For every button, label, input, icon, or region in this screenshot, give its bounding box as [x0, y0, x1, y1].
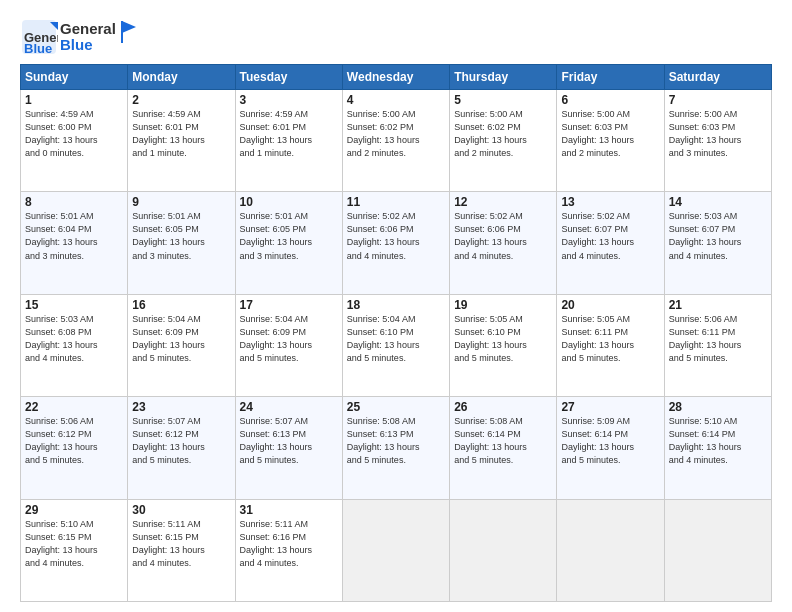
day-info: Sunrise: 5:00 AM Sunset: 6:02 PM Dayligh…: [454, 108, 552, 160]
logo-blue-text: Blue: [60, 37, 116, 54]
day-info: Sunrise: 5:11 AM Sunset: 6:15 PM Dayligh…: [132, 518, 230, 570]
day-info: Sunrise: 5:07 AM Sunset: 6:13 PM Dayligh…: [240, 415, 338, 467]
day-number: 1: [25, 93, 123, 107]
calendar-cell: 3Sunrise: 4:59 AM Sunset: 6:01 PM Daylig…: [235, 90, 342, 192]
calendar-cell: 10Sunrise: 5:01 AM Sunset: 6:05 PM Dayli…: [235, 192, 342, 294]
day-number: 21: [669, 298, 767, 312]
calendar-day-header: Saturday: [664, 65, 771, 90]
day-info: Sunrise: 5:04 AM Sunset: 6:10 PM Dayligh…: [347, 313, 445, 365]
day-number: 8: [25, 195, 123, 209]
calendar-day-header: Wednesday: [342, 65, 449, 90]
day-number: 7: [669, 93, 767, 107]
calendar-cell: 9Sunrise: 5:01 AM Sunset: 6:05 PM Daylig…: [128, 192, 235, 294]
day-number: 14: [669, 195, 767, 209]
calendar-cell: [450, 499, 557, 601]
day-info: Sunrise: 5:05 AM Sunset: 6:11 PM Dayligh…: [561, 313, 659, 365]
calendar-cell: 8Sunrise: 5:01 AM Sunset: 6:04 PM Daylig…: [21, 192, 128, 294]
day-info: Sunrise: 5:01 AM Sunset: 6:04 PM Dayligh…: [25, 210, 123, 262]
day-info: Sunrise: 5:01 AM Sunset: 6:05 PM Dayligh…: [132, 210, 230, 262]
calendar-cell: 20Sunrise: 5:05 AM Sunset: 6:11 PM Dayli…: [557, 294, 664, 396]
day-number: 15: [25, 298, 123, 312]
calendar-cell: 4Sunrise: 5:00 AM Sunset: 6:02 PM Daylig…: [342, 90, 449, 192]
calendar-cell: [557, 499, 664, 601]
day-number: 5: [454, 93, 552, 107]
calendar-day-header: Sunday: [21, 65, 128, 90]
day-info: Sunrise: 4:59 AM Sunset: 6:00 PM Dayligh…: [25, 108, 123, 160]
calendar-cell: 26Sunrise: 5:08 AM Sunset: 6:14 PM Dayli…: [450, 397, 557, 499]
calendar-cell: 6Sunrise: 5:00 AM Sunset: 6:03 PM Daylig…: [557, 90, 664, 192]
day-info: Sunrise: 5:09 AM Sunset: 6:14 PM Dayligh…: [561, 415, 659, 467]
calendar-cell: 2Sunrise: 4:59 AM Sunset: 6:01 PM Daylig…: [128, 90, 235, 192]
calendar-table: SundayMondayTuesdayWednesdayThursdayFrid…: [20, 64, 772, 602]
day-number: 13: [561, 195, 659, 209]
calendar-cell: 14Sunrise: 5:03 AM Sunset: 6:07 PM Dayli…: [664, 192, 771, 294]
day-info: Sunrise: 5:02 AM Sunset: 6:06 PM Dayligh…: [347, 210, 445, 262]
day-number: 19: [454, 298, 552, 312]
calendar-cell: 31Sunrise: 5:11 AM Sunset: 6:16 PM Dayli…: [235, 499, 342, 601]
calendar-cell: 16Sunrise: 5:04 AM Sunset: 6:09 PM Dayli…: [128, 294, 235, 396]
calendar-week-row: 22Sunrise: 5:06 AM Sunset: 6:12 PM Dayli…: [21, 397, 772, 499]
calendar-day-header: Friday: [557, 65, 664, 90]
day-number: 18: [347, 298, 445, 312]
day-info: Sunrise: 5:07 AM Sunset: 6:12 PM Dayligh…: [132, 415, 230, 467]
calendar-day-header: Tuesday: [235, 65, 342, 90]
day-number: 6: [561, 93, 659, 107]
calendar-header-row: SundayMondayTuesdayWednesdayThursdayFrid…: [21, 65, 772, 90]
calendar-cell: 24Sunrise: 5:07 AM Sunset: 6:13 PM Dayli…: [235, 397, 342, 499]
day-info: Sunrise: 4:59 AM Sunset: 6:01 PM Dayligh…: [132, 108, 230, 160]
svg-marker-4: [122, 21, 136, 33]
day-info: Sunrise: 5:11 AM Sunset: 6:16 PM Dayligh…: [240, 518, 338, 570]
logo: General Blue General Blue: [20, 18, 138, 56]
calendar-cell: 27Sunrise: 5:09 AM Sunset: 6:14 PM Dayli…: [557, 397, 664, 499]
day-info: Sunrise: 5:00 AM Sunset: 6:03 PM Dayligh…: [669, 108, 767, 160]
svg-text:Blue: Blue: [24, 41, 52, 56]
calendar-cell: 29Sunrise: 5:10 AM Sunset: 6:15 PM Dayli…: [21, 499, 128, 601]
day-number: 26: [454, 400, 552, 414]
header: General Blue General Blue: [20, 18, 772, 56]
calendar-week-row: 8Sunrise: 5:01 AM Sunset: 6:04 PM Daylig…: [21, 192, 772, 294]
day-number: 2: [132, 93, 230, 107]
calendar-cell: 5Sunrise: 5:00 AM Sunset: 6:02 PM Daylig…: [450, 90, 557, 192]
calendar-cell: 21Sunrise: 5:06 AM Sunset: 6:11 PM Dayli…: [664, 294, 771, 396]
day-info: Sunrise: 5:08 AM Sunset: 6:13 PM Dayligh…: [347, 415, 445, 467]
day-number: 31: [240, 503, 338, 517]
day-info: Sunrise: 5:05 AM Sunset: 6:10 PM Dayligh…: [454, 313, 552, 365]
calendar-week-row: 29Sunrise: 5:10 AM Sunset: 6:15 PM Dayli…: [21, 499, 772, 601]
calendar-cell: 15Sunrise: 5:03 AM Sunset: 6:08 PM Dayli…: [21, 294, 128, 396]
calendar-cell: 11Sunrise: 5:02 AM Sunset: 6:06 PM Dayli…: [342, 192, 449, 294]
day-info: Sunrise: 4:59 AM Sunset: 6:01 PM Dayligh…: [240, 108, 338, 160]
calendar-cell: 17Sunrise: 5:04 AM Sunset: 6:09 PM Dayli…: [235, 294, 342, 396]
day-number: 17: [240, 298, 338, 312]
calendar-week-row: 15Sunrise: 5:03 AM Sunset: 6:08 PM Dayli…: [21, 294, 772, 396]
calendar-cell: [342, 499, 449, 601]
day-number: 27: [561, 400, 659, 414]
logo-general: General: [60, 21, 116, 38]
day-info: Sunrise: 5:06 AM Sunset: 6:12 PM Dayligh…: [25, 415, 123, 467]
day-number: 9: [132, 195, 230, 209]
calendar-day-header: Monday: [128, 65, 235, 90]
day-info: Sunrise: 5:00 AM Sunset: 6:03 PM Dayligh…: [561, 108, 659, 160]
day-number: 24: [240, 400, 338, 414]
day-number: 20: [561, 298, 659, 312]
day-number: 12: [454, 195, 552, 209]
calendar-cell: 7Sunrise: 5:00 AM Sunset: 6:03 PM Daylig…: [664, 90, 771, 192]
day-info: Sunrise: 5:08 AM Sunset: 6:14 PM Dayligh…: [454, 415, 552, 467]
day-number: 28: [669, 400, 767, 414]
day-number: 3: [240, 93, 338, 107]
day-info: Sunrise: 5:06 AM Sunset: 6:11 PM Dayligh…: [669, 313, 767, 365]
day-number: 4: [347, 93, 445, 107]
day-number: 29: [25, 503, 123, 517]
day-info: Sunrise: 5:10 AM Sunset: 6:15 PM Dayligh…: [25, 518, 123, 570]
calendar-week-row: 1Sunrise: 4:59 AM Sunset: 6:00 PM Daylig…: [21, 90, 772, 192]
day-number: 25: [347, 400, 445, 414]
day-number: 22: [25, 400, 123, 414]
calendar-cell: 22Sunrise: 5:06 AM Sunset: 6:12 PM Dayli…: [21, 397, 128, 499]
calendar-cell: 25Sunrise: 5:08 AM Sunset: 6:13 PM Dayli…: [342, 397, 449, 499]
calendar-cell: 12Sunrise: 5:02 AM Sunset: 6:06 PM Dayli…: [450, 192, 557, 294]
day-info: Sunrise: 5:04 AM Sunset: 6:09 PM Dayligh…: [132, 313, 230, 365]
day-number: 11: [347, 195, 445, 209]
calendar-cell: [664, 499, 771, 601]
calendar-day-header: Thursday: [450, 65, 557, 90]
day-number: 10: [240, 195, 338, 209]
day-number: 16: [132, 298, 230, 312]
